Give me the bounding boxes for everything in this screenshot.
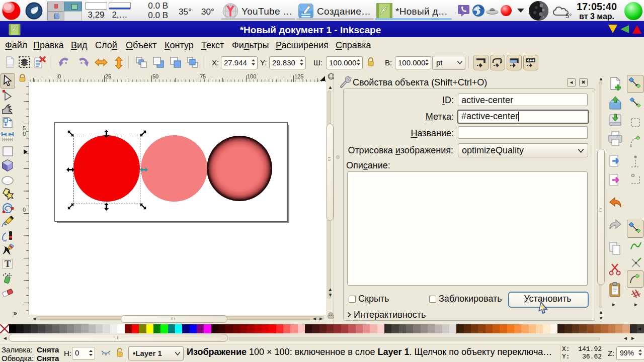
svg-text:1:1: 1:1 (329, 75, 334, 78)
svg-text:T: T (5, 258, 11, 269)
